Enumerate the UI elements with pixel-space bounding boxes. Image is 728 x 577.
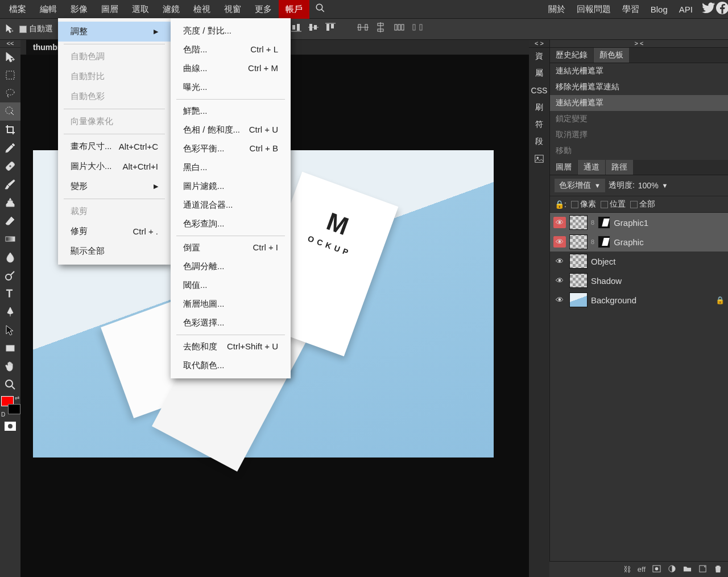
menu-trim[interactable]: 修剪Ctrl + .	[58, 221, 171, 241]
menu-edit[interactable]: 編輯	[33, 0, 64, 19]
visibility-icon[interactable]: 👁	[553, 276, 566, 285]
panel-collapse-icon[interactable]: > <	[550, 40, 728, 48]
layer-row[interactable]: 👁 Background 🔒	[550, 290, 728, 310]
history-item-future[interactable]: 鎖定變更	[550, 111, 728, 127]
opacity-triangle-icon[interactable]: ▼	[662, 182, 668, 189]
menu-gradmap[interactable]: 漸層地圖...	[171, 295, 291, 314]
visibility-icon[interactable]: 👁	[553, 257, 566, 266]
menu-photofilter[interactable]: 圖片濾鏡...	[171, 177, 291, 196]
layer-row[interactable]: 👁 8 Graphic1	[550, 213, 728, 232]
path-select-tool-icon[interactable]	[0, 321, 20, 339]
history-item-future[interactable]: 移動	[550, 143, 728, 159]
menu-imagesize[interactable]: 圖片大小...Alt+Ctrl+I	[58, 156, 171, 176]
layer-effects-button[interactable]: eff	[638, 565, 646, 574]
zoom-tool-icon[interactable]	[0, 376, 20, 394]
menu-window[interactable]: 視窗	[217, 0, 248, 19]
visibility-icon[interactable]: 👁	[553, 295, 566, 304]
tab-color[interactable]: 顏色板	[594, 48, 629, 63]
visibility-icon[interactable]: 👁	[553, 217, 566, 228]
brush-tool-icon[interactable]	[0, 175, 20, 193]
twitter-icon[interactable]	[698, 0, 712, 21]
eraser-tool-icon[interactable]	[0, 212, 20, 230]
layer-mask-thumb[interactable]	[598, 216, 610, 229]
align-icon[interactable]	[308, 22, 318, 34]
layer-row[interactable]: 👁 Object	[550, 252, 728, 271]
lock-all[interactable]: 全部	[630, 199, 655, 209]
menu-transform[interactable]: 變形▶	[58, 176, 171, 196]
link-blog[interactable]: Blog	[645, 1, 673, 18]
blend-mode-select[interactable]: 色彩增值▼	[555, 179, 605, 192]
align-icon[interactable]	[291, 22, 301, 34]
color-swatches[interactable]: ⇄ D	[0, 394, 20, 419]
menu-channelmixer[interactable]: 通道混合器...	[171, 196, 291, 215]
link-learn[interactable]: 學習	[617, 0, 645, 19]
distribute-icon[interactable]	[412, 22, 423, 34]
menu-file[interactable]: 檔案	[2, 0, 33, 19]
menu-vibrance[interactable]: 鮮艷...	[171, 102, 291, 121]
menu-colorlookup[interactable]: 色彩查詢...	[171, 215, 291, 233]
menu-levels[interactable]: 色階...Ctrl + L	[171, 40, 291, 59]
new-layer-icon[interactable]	[698, 564, 707, 575]
layer-mask-thumb[interactable]	[598, 236, 610, 248]
crop-tool-icon[interactable]	[0, 121, 20, 139]
search-icon[interactable]	[309, 0, 331, 19]
menu-filter[interactable]: 濾鏡	[156, 0, 187, 19]
add-mask-icon[interactable]	[652, 564, 661, 575]
distribute-icon[interactable]	[394, 22, 405, 34]
menu-desaturate[interactable]: 去飽和度Ctrl+Shift + U	[171, 337, 291, 356]
shape-tool-icon[interactable]	[0, 339, 20, 357]
menu-huesat[interactable]: 色相 / 飽和度...Ctrl + U	[171, 121, 291, 139]
type-tool-icon[interactable]: T	[0, 285, 20, 303]
menu-selcolor[interactable]: 色彩選擇...	[171, 314, 291, 332]
sidetab-info[interactable]: 資	[529, 48, 549, 65]
history-item[interactable]: 移除光柵遮罩連結	[550, 79, 728, 95]
history-item-future[interactable]: 取消選擇	[550, 127, 728, 143]
layer-name[interactable]: Graphic1	[614, 218, 648, 228]
link-api[interactable]: API	[673, 1, 698, 18]
default-colors-icon[interactable]: D	[1, 411, 5, 418]
menu-select[interactable]: 選取	[125, 0, 156, 19]
quick-select-tool-icon[interactable]	[0, 102, 20, 121]
pen-tool-icon[interactable]	[0, 303, 20, 321]
menu-more[interactable]: 更多	[248, 0, 279, 19]
layer-name[interactable]: Object	[591, 257, 615, 266]
tab-paths[interactable]: 路徑	[606, 160, 633, 175]
history-item-current[interactable]: 連結光柵遮罩	[550, 95, 728, 111]
background-color-icon[interactable]	[8, 404, 20, 414]
sidetab-paragraph[interactable]: 段	[529, 133, 549, 150]
menu-colorbalance[interactable]: 色彩平衡...Ctrl + B	[171, 139, 291, 158]
blur-tool-icon[interactable]	[0, 248, 20, 266]
opacity-value[interactable]: 100%	[638, 181, 659, 190]
menu-bw[interactable]: 黑白...	[171, 158, 291, 177]
facebook-icon[interactable]	[712, 0, 726, 21]
marquee-tool-icon[interactable]	[0, 66, 20, 84]
menu-account[interactable]: 帳戶	[279, 0, 309, 19]
menu-curves[interactable]: 曲線...Ctrl + M	[171, 59, 291, 78]
menu-image[interactable]: 影像	[64, 0, 94, 19]
menu-view[interactable]: 檢視	[187, 0, 217, 19]
gradient-tool-icon[interactable]	[0, 230, 20, 248]
menu-threshold[interactable]: 閾值...	[171, 276, 291, 295]
sidetab-collapse-icon[interactable]: < >	[529, 40, 549, 48]
menu-exposure[interactable]: 曝光...	[171, 78, 291, 97]
sidetab-properties[interactable]: 屬	[529, 65, 549, 82]
quickmask-icon[interactable]	[0, 419, 20, 434]
link-icon[interactable]: 8	[591, 238, 594, 245]
adjustment-layer-icon[interactable]	[668, 564, 676, 575]
align-icon[interactable]	[325, 22, 336, 34]
lasso-tool-icon[interactable]	[0, 84, 20, 102]
heal-tool-icon[interactable]	[0, 157, 20, 175]
toolbar-collapse-icon[interactable]: <<	[0, 40, 20, 48]
layer-row[interactable]: 👁 Shadow	[550, 271, 728, 290]
link-about[interactable]: 關於	[543, 0, 571, 19]
tab-layers[interactable]: 圖層	[550, 160, 577, 175]
move-tool-icon[interactable]: +	[0, 48, 20, 66]
menu-adjustments[interactable]: 調整▶	[58, 22, 171, 42]
eyedropper-tool-icon[interactable]	[0, 139, 20, 157]
link-report[interactable]: 回報問題	[571, 0, 617, 19]
layer-row[interactable]: 👁 8 Graphic	[550, 232, 728, 252]
visibility-icon[interactable]: 👁	[553, 236, 566, 248]
lock-pixels[interactable]: 像素	[571, 199, 596, 209]
menu-replacecolor[interactable]: 取代顏色...	[171, 356, 291, 375]
new-folder-icon[interactable]	[683, 564, 692, 575]
